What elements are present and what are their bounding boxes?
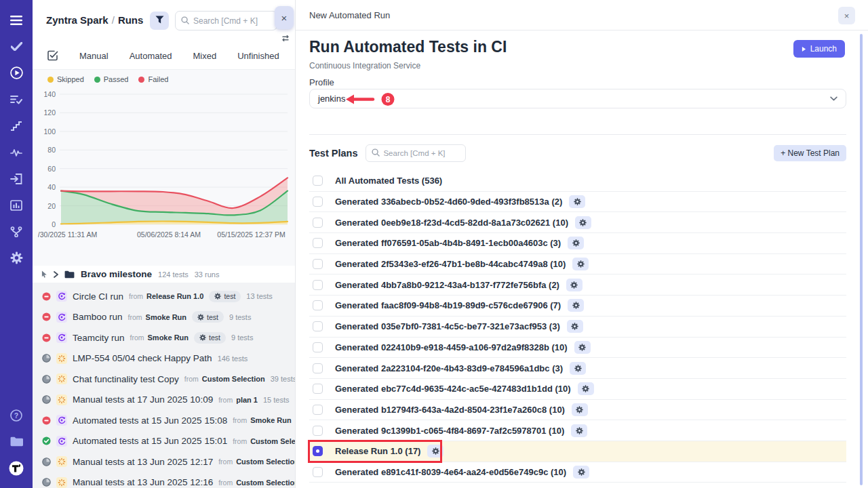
- scrollbar-thumb[interactable]: [860, 34, 863, 485]
- run-from-value[interactable]: Smoke Run: [148, 333, 189, 342]
- test-plan-settings-button[interactable]: [574, 341, 591, 354]
- checkbox-checked[interactable]: [313, 446, 323, 456]
- test-plans-search[interactable]: [366, 144, 466, 162]
- test-plan-row[interactable]: Generated 035e7bf0-7381-4c5c-be77-321e73…: [309, 317, 846, 338]
- test-plan-settings-button[interactable]: [570, 362, 586, 375]
- test-plan-row[interactable]: Generated e891c41f-8039-4e64-aa24-e0d56e…: [309, 462, 846, 483]
- test-plan-label[interactable]: Generated e891c41f-8039-4e64-aa24-e0d56e…: [335, 467, 566, 477]
- panel-close-button[interactable]: ×: [275, 6, 294, 29]
- run-row[interactable]: Bamboo runfromSmoke Runtest9 tests: [33, 307, 295, 328]
- test-plan-row[interactable]: Generated 0eeb9e18-f23d-4cd5-82dd-8a1a73…: [309, 212, 846, 233]
- run-row[interactable]: LMP-554 05/04 check Happy Path146 tests: [33, 348, 295, 369]
- sidebar-item-steps[interactable]: [0, 113, 33, 139]
- test-plan-row[interactable]: Generated faac8f09-94b8-4b19-89d9-c576cd…: [309, 296, 846, 317]
- run-title[interactable]: Manual tests at 13 Jun 2025 12:16: [73, 477, 213, 487]
- run-title[interactable]: Manual tests at 17 Jun 2025 10:09: [73, 394, 213, 405]
- run-row[interactable]: Manual tests at 17 Jun 2025 10:09frompla…: [33, 390, 295, 411]
- run-row[interactable]: Automated tests at 15 Jun 2025 15:08from…: [33, 410, 295, 431]
- test-plan-settings-button[interactable]: [568, 299, 584, 312]
- run-row[interactable]: Manual tests at 13 Jun 2025 12:17fromCus…: [33, 451, 295, 472]
- modal-close-button[interactable]: ×: [838, 7, 855, 24]
- run-title[interactable]: Automated tests at 15 Jun 2025 15:08: [73, 415, 227, 426]
- sidebar-item-projects[interactable]: [0, 428, 33, 455]
- test-plan-settings-button[interactable]: [427, 445, 443, 458]
- launch-button[interactable]: Launch: [793, 40, 845, 58]
- test-plan-label[interactable]: Generated 0eeb9e18-f23d-4cd5-82dd-8a1a73…: [335, 218, 568, 228]
- checkbox[interactable]: [313, 218, 323, 228]
- runs-search[interactable]: [175, 11, 277, 30]
- select-all-icon[interactable]: [47, 50, 58, 61]
- checkbox[interactable]: [313, 321, 323, 331]
- run-row[interactable]: Manual tests at 13 Jun 2025 12:16fromCus…: [33, 472, 295, 488]
- checkbox[interactable]: [313, 238, 323, 248]
- test-plan-settings-button[interactable]: [575, 216, 591, 229]
- checkbox[interactable]: [313, 300, 323, 310]
- breadcrumb-project[interactable]: Zyntra Spark: [46, 14, 108, 26]
- profile-select[interactable]: jenkins 8: [309, 89, 846, 108]
- checkbox[interactable]: [313, 197, 323, 207]
- tab-manual[interactable]: Manual: [79, 51, 108, 61]
- checkbox[interactable]: [313, 259, 323, 269]
- checkbox[interactable]: [313, 405, 323, 415]
- checkbox[interactable]: [313, 176, 323, 186]
- test-plan-row[interactable]: Release Run 1.0 (17): [309, 441, 846, 462]
- sidebar-item-import[interactable]: [0, 165, 33, 192]
- run-from-value[interactable]: plan 1: [236, 396, 258, 404]
- run-tag-badge[interactable]: test: [192, 311, 224, 323]
- sidebar-item-test-plans[interactable]: [0, 86, 33, 113]
- test-plan-label[interactable]: Generated ebc77c4d-9635-424c-ac5e-427483…: [335, 384, 571, 394]
- run-title[interactable]: Manual tests at 13 Jun 2025 12:17: [73, 457, 213, 467]
- test-plan-label[interactable]: Generated 4bb7a8b0-9212-43a4-b137-f772fe…: [335, 280, 559, 290]
- checkbox[interactable]: [313, 342, 323, 352]
- run-tag-badge[interactable]: test: [209, 291, 241, 302]
- test-plan-row[interactable]: Generated 022410b9-e918-4459-a106-97d2a9…: [309, 338, 846, 359]
- test-plan-settings-button[interactable]: [573, 466, 589, 479]
- new-test-plan-button[interactable]: + New Test Plan: [774, 145, 846, 161]
- sidebar-item-reports[interactable]: [0, 192, 33, 218]
- run-from-value[interactable]: Custom Selection: [236, 479, 295, 487]
- test-plan-label[interactable]: Generated ff076591-05ab-4b4b-8491-1ecb00…: [335, 238, 561, 248]
- test-plan-settings-button[interactable]: [567, 320, 583, 333]
- test-plan-label[interactable]: All Automated Tests (536): [335, 176, 442, 186]
- run-from-value[interactable]: Release Run 1.0: [146, 292, 203, 300]
- checkbox[interactable]: [313, 280, 323, 290]
- tab-unfinished[interactable]: Unfinished: [237, 51, 279, 61]
- run-title[interactable]: Circle CI run: [73, 291, 123, 302]
- run-from-value[interactable]: Smoke Run: [250, 416, 292, 424]
- folder-name[interactable]: Bravo milestone: [81, 269, 152, 279]
- run-title[interactable]: Teamcity run: [73, 333, 125, 343]
- test-plan-row[interactable]: All Automated Tests (536): [309, 171, 846, 192]
- run-row[interactable]: Teamcity runfromSmoke Runtest9 tests: [33, 327, 295, 348]
- test-plan-row[interactable]: Generated 2f5343e3-ef26-47b1-be8b-44cabc…: [309, 254, 846, 275]
- test-plan-row[interactable]: Generated 9c1399b1-c065-4f84-8697-7af2c5…: [309, 420, 846, 441]
- test-plan-label[interactable]: Generated 2f5343e3-ef26-47b1-be8b-44cabc…: [335, 259, 566, 269]
- checkbox[interactable]: [313, 426, 323, 436]
- filter-button[interactable]: [150, 12, 169, 30]
- test-plan-label[interactable]: Generated faac8f09-94b8-4b19-89d9-c576cd…: [335, 300, 561, 310]
- sidebar-item-activity[interactable]: [0, 139, 33, 165]
- checkbox[interactable]: [313, 384, 323, 394]
- run-from-value[interactable]: Smoke Run: [146, 313, 187, 321]
- chevron-right-icon[interactable]: [54, 271, 58, 278]
- test-plan-label[interactable]: Release Run 1.0 (17): [335, 446, 420, 456]
- tab-mixed[interactable]: Mixed: [193, 51, 217, 61]
- run-from-value[interactable]: Custom Selection: [250, 437, 295, 445]
- test-plan-settings-button[interactable]: [578, 382, 594, 395]
- runs-search-input[interactable]: [193, 16, 271, 26]
- test-plan-settings-button[interactable]: [568, 237, 584, 249]
- run-row[interactable]: Circle CI runfromRelease Run 1.0test13 t…: [33, 286, 295, 307]
- run-from-value[interactable]: Custom Selection: [236, 458, 295, 466]
- test-plan-label[interactable]: Generated 022410b9-e918-4459-a106-97d2a9…: [335, 342, 568, 352]
- test-plan-label[interactable]: Generated b12794f3-643a-4a2d-8504-23f1e7…: [335, 405, 565, 415]
- test-plans-search-input[interactable]: [383, 149, 460, 157]
- run-row[interactable]: Chat functinality test CopyfromCustom Se…: [33, 369, 295, 390]
- sidebar-item-help[interactable]: ?: [0, 402, 33, 428]
- test-plan-label[interactable]: Generated 336abecb-0b52-4d60-9ded-493f3f…: [335, 197, 562, 207]
- run-tag-badge[interactable]: test: [194, 332, 226, 344]
- test-plan-row[interactable]: Generated 336abecb-0b52-4d60-9ded-493f3f…: [309, 192, 846, 213]
- test-plan-row[interactable]: Generated 4bb7a8b0-9212-43a4-b137-f772fe…: [309, 274, 846, 296]
- sidebar-item-runs[interactable]: [0, 60, 33, 86]
- run-title[interactable]: Chat functinality test Copy: [73, 374, 179, 384]
- sidebar-item-branches[interactable]: [0, 218, 33, 245]
- tab-automated[interactable]: Automated: [130, 51, 172, 61]
